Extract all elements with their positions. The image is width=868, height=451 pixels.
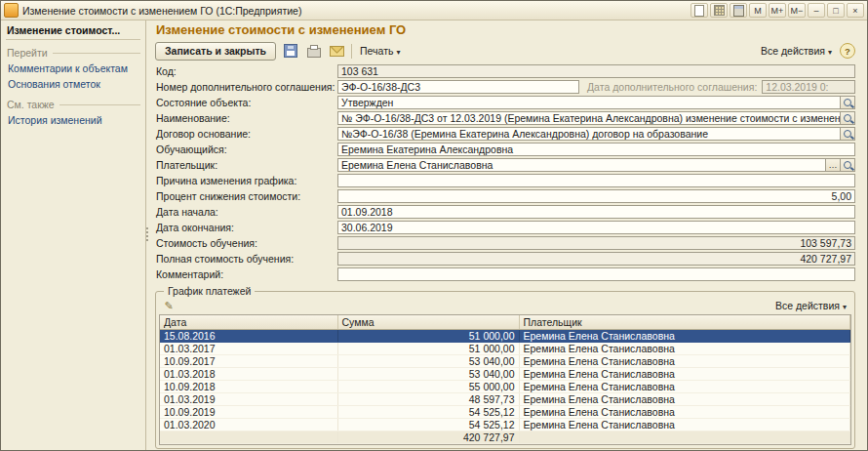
table-row[interactable]: 10.09.201753 040,00Еремина Елена Станисл… — [160, 354, 850, 367]
discount-percent-field[interactable]: 5,00 — [337, 189, 855, 203]
sidebar-item-comments[interactable]: Комментарии к объектам — [6, 61, 140, 76]
payments-table-body: 15.08.201651 000,00Еремина Елена Станисл… — [160, 329, 850, 430]
cell-sum[interactable]: 51 000,00 — [337, 342, 519, 354]
column-header-date[interactable]: Дата — [160, 315, 337, 329]
memory-button[interactable]: М — [749, 3, 767, 18]
mail-button[interactable] — [328, 42, 346, 61]
total-row: 420 727,97 — [160, 430, 850, 443]
agreement-number-field[interactable]: ЭФ-О-16/38-ДС3 — [337, 80, 579, 94]
close-button[interactable]: × — [847, 3, 864, 18]
help-button[interactable]: ? — [840, 43, 855, 59]
base-contract-select-button[interactable] — [841, 127, 855, 141]
minimize-button[interactable]: – — [808, 3, 825, 18]
calculator-icon[interactable] — [730, 3, 747, 18]
cell-payer[interactable]: Еремина Елена Станиславовна — [519, 392, 850, 405]
cell-payer[interactable]: Еремина Елена Станиславовна — [519, 329, 850, 342]
save-button[interactable] — [281, 42, 299, 61]
sidebar-item-mark-bases[interactable]: Основания отметок — [6, 76, 140, 92]
column-header-sum[interactable]: Сумма — [337, 315, 519, 329]
name-label: Наименование: — [155, 112, 337, 124]
all-actions-label: Все действия — [775, 300, 840, 311]
maximize-button[interactable]: □ — [827, 3, 845, 18]
cell-sum[interactable]: 48 597,73 — [337, 392, 519, 405]
divider — [53, 53, 140, 54]
object-state-select-button[interactable] — [841, 96, 855, 109]
cell-sum[interactable]: 51 000,00 — [337, 329, 519, 342]
date-start-label: Дата начала: — [155, 206, 337, 218]
date-start-field[interactable]: 01.09.2018 — [337, 205, 855, 219]
payer-label: Плательщик: — [155, 159, 337, 171]
save-close-button[interactable]: Записать и закрыть — [155, 42, 276, 61]
document-icon[interactable] — [690, 3, 708, 18]
cell-sum[interactable]: 54 525,12 — [337, 405, 519, 418]
payer-choose-button[interactable] — [826, 158, 841, 172]
cell-payer[interactable]: Еремина Елена Станиславовна — [519, 342, 850, 354]
date-end-field[interactable]: 30.06.2019 — [337, 221, 855, 234]
base-contract-label: Договор основание: — [155, 128, 337, 140]
table-row[interactable]: 10.09.201855 000,00Еремина Елена Станисл… — [160, 380, 850, 392]
sidebar-item-change-history[interactable]: История изменений — [6, 112, 140, 128]
table-row[interactable]: 01.03.201853 040,00Еремина Елена Станисл… — [160, 367, 850, 380]
cell-date[interactable]: 10.09.2019 — [160, 405, 337, 418]
cell-sum[interactable]: 55 000,00 — [337, 380, 519, 392]
cell-date[interactable]: 10.09.2017 — [160, 354, 337, 367]
student-label: Обучающийся: — [155, 144, 337, 155]
nav-section-goto-label: Перейти — [7, 47, 48, 59]
cell-payer[interactable]: Еремина Елена Станиславовна — [519, 354, 850, 367]
cell-sum[interactable]: 54 525,12 — [337, 418, 519, 430]
full-cost-label: Полная стоимость обучения: — [155, 253, 337, 265]
cell-date[interactable]: 15.08.2016 — [160, 329, 337, 342]
column-header-payer[interactable]: Плательщик — [519, 315, 850, 329]
base-contract-field[interactable]: №ЭФ-О-16/38 (Еремина Екатерина Александр… — [337, 127, 841, 141]
cell-payer[interactable]: Еремина Елена Станиславовна — [519, 418, 850, 430]
payer-select-button[interactable] — [841, 158, 855, 172]
grid-icon[interactable] — [710, 3, 728, 18]
print-button[interactable] — [304, 42, 323, 61]
comment-label: Комментарий: — [155, 268, 337, 280]
cell-date[interactable]: 01.03.2017 — [160, 342, 337, 354]
cell-date[interactable]: 01.03.2020 — [160, 418, 337, 430]
field-row-cost: Стоимость обучения: 103 597,73 — [155, 235, 855, 251]
cell-date[interactable]: 01.03.2019 — [160, 392, 337, 405]
table-row[interactable]: 01.03.202054 525,12Еремина Елена Станисл… — [160, 418, 850, 430]
cell-sum[interactable]: 53 040,00 — [337, 354, 519, 367]
total-empty-cell — [160, 430, 337, 443]
app-window: Изменение стоимости с изменением ГО (1С:… — [0, 0, 868, 451]
print-menu-label: Печать — [360, 45, 393, 57]
payments-all-actions-menu[interactable]: Все действия — [772, 299, 849, 312]
object-state-field[interactable]: Утвержден — [337, 96, 841, 109]
table-row[interactable]: 01.03.201948 597,73Еремина Елена Станисл… — [160, 392, 850, 405]
nav-section-see-also-label: См. также — [7, 99, 55, 110]
field-row-base-contract: Договор основание: №ЭФ-О-16/38 (Еремина … — [155, 126, 855, 142]
table-row[interactable]: 01.03.201751 000,00Еремина Елена Станисл… — [160, 342, 850, 354]
table-row[interactable]: 10.09.201954 525,12Еремина Елена Станисл… — [160, 405, 850, 418]
payer-field[interactable]: Еремина Елена Станиславовна — [337, 158, 826, 172]
change-reason-field[interactable] — [337, 174, 855, 187]
floppy-icon — [284, 44, 297, 58]
field-row-code: Код: 103 631 — [155, 63, 855, 79]
memory-minus-button[interactable]: М− — [788, 3, 806, 18]
field-row-comment: Комментарий: — [155, 266, 855, 282]
table-row[interactable]: 15.08.201651 000,00Еремина Елена Станисл… — [160, 329, 850, 342]
cell-sum[interactable]: 53 040,00 — [337, 367, 519, 380]
code-field[interactable]: 103 631 — [337, 64, 855, 78]
field-row-discount-percent: Процент снижения стоимости: 5,00 — [155, 188, 855, 204]
cell-payer[interactable]: Еремина Елена Станиславовна — [519, 367, 850, 380]
cell-payer[interactable]: Еремина Елена Станиславовна — [519, 405, 850, 418]
comment-field[interactable] — [337, 267, 855, 281]
field-row-date-end: Дата окончания: 30.06.2019 — [155, 220, 855, 235]
payments-table: Дата Сумма Плательщик 15.08.201651 000,0… — [159, 314, 851, 445]
code-label: Код: — [155, 65, 337, 77]
name-field[interactable]: № ЭФ-О-16/38-ДС3 от 12.03.2019 (Еремина … — [337, 111, 841, 125]
cell-date[interactable]: 10.09.2018 — [160, 380, 337, 392]
student-field[interactable]: Еремина Екатерина Александровна — [337, 143, 855, 156]
navigation-panel: Изменение стоимост... Перейти Комментари… — [1, 20, 146, 450]
cell-date[interactable]: 01.03.2018 — [160, 367, 337, 380]
cell-payer[interactable]: Еремина Елена Станиславовна — [519, 380, 850, 392]
memory-plus-button[interactable]: М+ — [769, 3, 786, 18]
all-actions-menu[interactable]: Все действия — [758, 44, 835, 58]
print-menu[interactable]: Печать — [357, 44, 403, 58]
field-row-date-start: Дата начала: 01.09.2018 — [155, 204, 855, 220]
edit-row-button[interactable] — [161, 299, 177, 312]
name-select-button[interactable] — [841, 111, 855, 125]
